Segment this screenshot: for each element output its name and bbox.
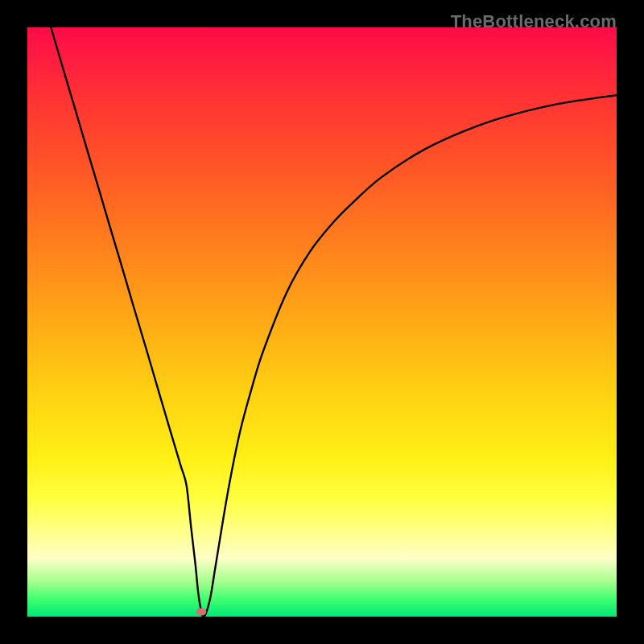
plot-area	[27, 27, 617, 617]
bottleneck-curve	[51, 27, 617, 617]
chart-frame: TheBottleneck.com	[0, 0, 644, 644]
minimum-marker	[196, 609, 206, 616]
curve-svg	[27, 27, 617, 617]
